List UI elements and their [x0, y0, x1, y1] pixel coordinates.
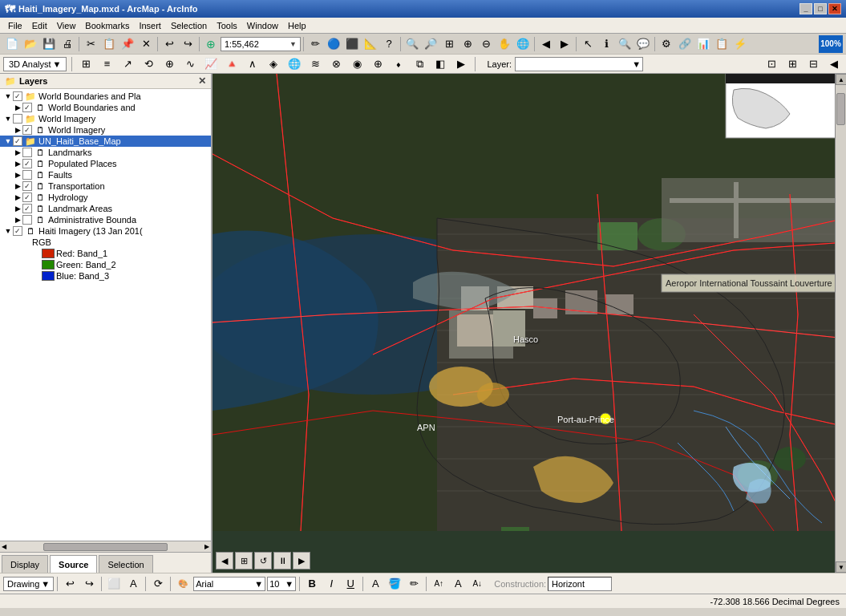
- menu-selection[interactable]: Selection: [166, 19, 212, 32]
- expand-world-boundaries-sub[interactable]: ▶: [13, 103, 22, 112]
- toc-horizontal-scrollbar[interactable]: ◀ ▶: [0, 541, 211, 552]
- analyst-btn7[interactable]: 📈: [202, 55, 220, 73]
- analyst-btn6[interactable]: ∿: [181, 55, 199, 73]
- maximize-button[interactable]: □: [814, 3, 827, 14]
- checkbox-landmarks[interactable]: [22, 148, 32, 157]
- nav-btn-data[interactable]: ⊞: [235, 552, 253, 569]
- select-btn2[interactable]: ⬛: [343, 35, 361, 53]
- cut-button[interactable]: ✂: [82, 35, 99, 53]
- close-button[interactable]: ✕: [828, 3, 841, 14]
- menu-edit[interactable]: Edit: [27, 19, 52, 32]
- expand-world-imagery[interactable]: ▼: [3, 114, 13, 124]
- tab-selection[interactable]: Selection: [99, 555, 152, 573]
- new-button[interactable]: 📄: [3, 35, 21, 53]
- tb-btn-a[interactable]: ⚙: [658, 35, 675, 53]
- analyst-btn1[interactable]: ⊞: [77, 55, 95, 73]
- toc-haiti-imagery[interactable]: ▼ 🗒 Haiti Imagery (13 Jan 201(: [0, 225, 211, 237]
- vscroll-track[interactable]: [836, 85, 846, 561]
- checkbox-landmark-areas[interactable]: [22, 204, 32, 213]
- analyst-dropdown[interactable]: 3D Analyst ▼: [3, 57, 67, 71]
- analyst-extra-btn4[interactable]: ◀: [825, 55, 843, 73]
- nav-btn-back[interactable]: ◀: [216, 552, 233, 569]
- draw-text[interactable]: A: [124, 575, 142, 593]
- find-features-button[interactable]: 🔍: [616, 35, 633, 53]
- vscroll-thumb[interactable]: [836, 93, 845, 125]
- back-extent[interactable]: ◀: [537, 35, 555, 53]
- analyst-btn14[interactable]: ◉: [348, 55, 366, 73]
- zoom-out-button[interactable]: 🔎: [422, 35, 439, 53]
- font-size-dropdown[interactable]: 10 ▼: [267, 577, 296, 591]
- paste-button[interactable]: 📌: [119, 35, 136, 53]
- expand-landmark-areas[interactable]: ▶: [13, 204, 22, 213]
- help-btn2[interactable]: ?: [380, 35, 398, 53]
- draw-rotate[interactable]: ⟳: [149, 575, 167, 593]
- expand-un-haiti[interactable]: ▼: [3, 136, 13, 146]
- measure-btn[interactable]: 📐: [362, 35, 379, 53]
- menu-help[interactable]: Help: [283, 19, 311, 32]
- text-size-down[interactable]: A↓: [468, 575, 486, 593]
- analyst-btn2[interactable]: ≡: [98, 55, 115, 73]
- minimize-button[interactable]: _: [799, 3, 812, 14]
- map-navigation-buttons[interactable]: ◀ ⊞ ↺ ⏸ ▶: [216, 552, 310, 569]
- open-button[interactable]: 📂: [22, 35, 39, 53]
- analyst-btn18[interactable]: ◧: [431, 55, 449, 73]
- checkbox-world-boundaries-sub[interactable]: [22, 103, 32, 112]
- identify-button[interactable]: 🔵: [325, 35, 342, 53]
- text-size-up[interactable]: A↑: [430, 575, 447, 593]
- checkbox-admin-boundaries[interactable]: [22, 215, 32, 225]
- analyst-btn13[interactable]: ⊗: [327, 55, 345, 73]
- toc-world-boundaries-sub[interactable]: ▶ 🗒 World Boundaries and: [0, 102, 211, 113]
- analyst-btn5[interactable]: ⊕: [160, 55, 178, 73]
- horizon-input[interactable]: Horizont: [548, 577, 612, 591]
- checkbox-faults[interactable]: [22, 170, 32, 180]
- toc-scroll-right[interactable]: ▶: [204, 543, 209, 550]
- identify-features-button[interactable]: ℹ: [597, 35, 615, 53]
- scale-box[interactable]: 1:55,462 ▼: [221, 37, 301, 51]
- checkbox-world-imagery-sub[interactable]: [22, 125, 32, 135]
- draw-undo[interactable]: ↩: [61, 575, 79, 593]
- vscroll-down-button[interactable]: ▼: [836, 561, 846, 573]
- analyst-btn12[interactable]: ≋: [306, 55, 324, 73]
- analyst-btn4[interactable]: ⟲: [140, 55, 157, 73]
- draw-redo[interactable]: ↪: [80, 575, 98, 593]
- nav-btn-refresh[interactable]: ↺: [254, 552, 272, 569]
- map-area[interactable]: Aeropor International Toussaint Louvertu…: [213, 74, 846, 573]
- analyst-btn15[interactable]: ⊕: [369, 55, 387, 73]
- pan-button[interactable]: ✋: [496, 35, 513, 53]
- print-button[interactable]: 🖨: [59, 35, 76, 53]
- analyst-extra-btn3[interactable]: ⊟: [804, 55, 822, 73]
- expand-faults[interactable]: ▶: [13, 170, 22, 180]
- nav-btn-forward[interactable]: ▶: [293, 552, 310, 569]
- toc-landmark-areas[interactable]: ▶ 🗒 Landmark Areas: [0, 203, 211, 214]
- checkbox-un-haiti[interactable]: [13, 136, 22, 146]
- draw-select-rect[interactable]: ⬜: [105, 575, 123, 593]
- menu-bookmarks[interactable]: Bookmarks: [80, 19, 134, 32]
- text-color-button[interactable]: A: [366, 575, 384, 593]
- checkbox-transportation[interactable]: [22, 181, 32, 191]
- tab-display[interactable]: Display: [2, 555, 48, 573]
- toc-scroll-thumb[interactable]: [43, 543, 168, 551]
- toc-world-boundaries-group[interactable]: ▼ 📁 World Boundaries and Pla: [0, 91, 211, 102]
- font-select-dropdown[interactable]: Arial ▼: [193, 577, 265, 591]
- menu-view[interactable]: View: [52, 19, 81, 32]
- tb-btn-b[interactable]: 🔗: [676, 35, 694, 53]
- expand-world-boundaries[interactable]: ▼: [3, 91, 13, 101]
- analyst-extra-btn2[interactable]: ⊞: [783, 55, 801, 73]
- map-vertical-scrollbar[interactable]: ▲ ▼: [835, 74, 846, 573]
- tb-btn-e[interactable]: ⚡: [731, 35, 749, 53]
- analyst-btn17[interactable]: ⧉: [411, 55, 428, 73]
- analyst-btn10[interactable]: ◈: [265, 55, 282, 73]
- fixed-zoom-in[interactable]: ⊕: [459, 35, 476, 53]
- scale-dropdown-arrow[interactable]: ▼: [289, 40, 297, 48]
- toc-hydrology[interactable]: ▶ 🗒 Hydrology: [0, 192, 211, 203]
- drawing-dropdown[interactable]: Drawing ▼: [3, 577, 54, 591]
- expand-world-imagery-sub[interactable]: ▶: [13, 125, 22, 135]
- toc-transportation[interactable]: ▶ 🗒 Transportation: [0, 180, 211, 192]
- redo-button[interactable]: ↪: [179, 35, 196, 53]
- map-tips-button[interactable]: 💬: [634, 35, 652, 53]
- toc-admin-boundaries[interactable]: ▶ 🗒 Administrative Bounda: [0, 214, 211, 225]
- checkbox-world-boundaries[interactable]: [13, 91, 22, 101]
- editor-button[interactable]: ✏: [306, 35, 324, 53]
- checkbox-world-imagery[interactable]: [13, 114, 22, 124]
- analyst-btn8[interactable]: 🔺: [223, 55, 241, 73]
